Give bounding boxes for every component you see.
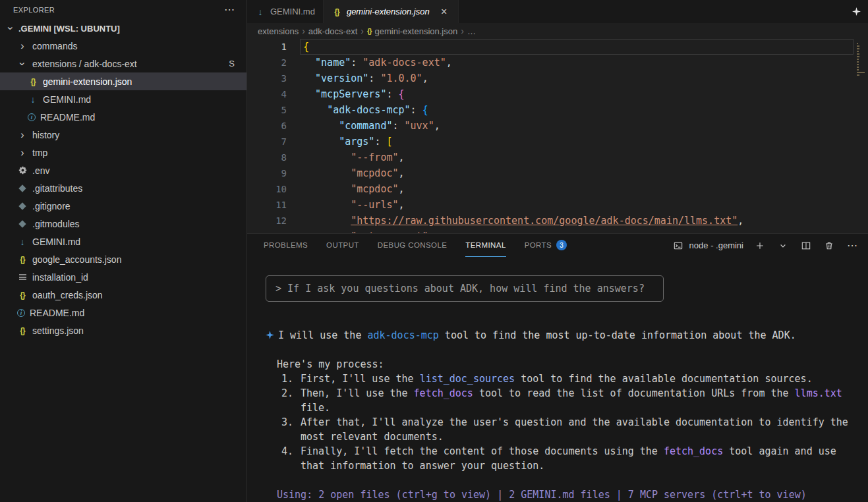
editor-group: ↓ GEMINI.md {} gemini-extension.json × e… bbox=[247, 0, 868, 502]
step-text: After that, I'll analyze the user's ques… bbox=[301, 415, 863, 444]
tree-item-readme-md[interactable]: iREADME.md bbox=[0, 304, 246, 321]
line-number[interactable]: 7 bbox=[247, 134, 303, 150]
gemini-input-text: > If I ask you questions about ADK, how … bbox=[275, 283, 645, 294]
line-number[interactable]: 1 bbox=[247, 39, 303, 55]
breadcrumb-item[interactable]: … bbox=[467, 26, 476, 36]
line-number[interactable]: 5 bbox=[247, 102, 303, 118]
panel-tab-label: PORTS bbox=[525, 241, 552, 249]
kill-terminal-icon[interactable] bbox=[823, 239, 836, 252]
tree-item-extensions-adk-docs-ext[interactable]: ›extensions / adk-docs-extS bbox=[0, 55, 246, 72]
line-number[interactable]: 10 bbox=[247, 181, 303, 197]
panel-tab-label: TERMINAL bbox=[465, 241, 506, 249]
close-icon[interactable]: × bbox=[438, 6, 450, 18]
line-number[interactable]: 13 bbox=[247, 229, 303, 233]
panel-more-actions-icon[interactable]: ⋯ bbox=[846, 239, 859, 252]
line-number[interactable]: 3 bbox=[247, 70, 303, 86]
tree-item-gemini-md[interactable]: ↓GEMINI.md bbox=[0, 233, 246, 250]
tree-item-tmp[interactable]: ›tmp bbox=[0, 144, 246, 161]
tree-item-env[interactable]: .env bbox=[0, 161, 246, 179]
panel-tab-terminal[interactable]: TERMINAL bbox=[465, 234, 506, 257]
code-text: "--transport", bbox=[303, 229, 868, 233]
process-step: 2.Then, I'll use the fetch_docs tool to … bbox=[281, 386, 863, 415]
bottom-panel: PROBLEMSOUTPUTDEBUG CONSOLETERMINALPORTS… bbox=[247, 233, 868, 502]
copilot-sparkle-icon[interactable] bbox=[852, 7, 861, 18]
code-line[interactable]: 1{ bbox=[247, 39, 868, 55]
panel-tab-label: OUTPUT bbox=[326, 241, 359, 249]
step-number: 1. bbox=[281, 372, 301, 386]
md-icon: ↓ bbox=[17, 237, 28, 247]
code-line[interactable]: 3 "version": "1.0.0", bbox=[247, 70, 868, 86]
tree-item-installation-id[interactable]: installation_id bbox=[0, 268, 246, 286]
tree-item-settings-json[interactable]: {}settings.json bbox=[0, 321, 246, 339]
tree-item-gitattributes[interactable]: .gitattributes bbox=[0, 179, 246, 197]
panel-tabs: PROBLEMSOUTPUTDEBUG CONSOLETERMINALPORTS… bbox=[264, 234, 567, 257]
tree-item-gitignore[interactable]: .gitignore bbox=[0, 197, 246, 215]
terminal-picker[interactable]: node - .gemini bbox=[672, 239, 743, 252]
line-number[interactable]: 2 bbox=[247, 55, 303, 70]
line-number[interactable]: 4 bbox=[247, 86, 303, 102]
breadcrumb-item[interactable]: adk-docs-ext bbox=[308, 26, 357, 36]
panel-tab-problems[interactable]: PROBLEMS bbox=[264, 234, 308, 257]
step-number: 4. bbox=[281, 444, 301, 473]
line-number[interactable]: 11 bbox=[247, 197, 303, 213]
tree-item-label: oauth_creds.json bbox=[32, 290, 103, 300]
split-terminal-icon[interactable] bbox=[799, 239, 813, 252]
terminal-dropdown-icon[interactable] bbox=[776, 239, 790, 252]
code-line[interactable]: 2 "name": "adk-docs-ext", bbox=[247, 55, 868, 70]
tree-item-google-accounts-json[interactable]: {}google_accounts.json bbox=[0, 250, 246, 268]
panel-tab-output[interactable]: OUTPUT bbox=[326, 234, 359, 257]
line-number[interactable]: 12 bbox=[247, 213, 303, 229]
tab-gemini-md[interactable]: ↓ GEMINI.md bbox=[247, 0, 324, 23]
chevron-right-icon: › bbox=[17, 41, 28, 51]
code-line[interactable]: 10 "mcpdoc", bbox=[247, 181, 868, 197]
code-line[interactable]: 5 "adk-docs-mcp": { bbox=[247, 102, 868, 118]
code-editor[interactable]: 1{2 "name": "adk-docs-ext",3 "version": … bbox=[247, 39, 868, 233]
code-line[interactable]: 8 "--from", bbox=[247, 150, 868, 165]
panel-tab-ports[interactable]: PORTS3 bbox=[525, 234, 567, 257]
line-number[interactable]: 9 bbox=[247, 165, 303, 181]
breadcrumb-item[interactable]: extensions bbox=[258, 26, 299, 36]
code-line[interactable]: 7 "args": [ bbox=[247, 134, 868, 150]
code-line[interactable]: 4 "mcpServers": { bbox=[247, 86, 868, 102]
workspace-root[interactable]: › .GEMINI [WSL: UBUNTU] bbox=[0, 20, 246, 37]
terminal-picker-label: node - .gemini bbox=[689, 240, 743, 250]
code-line[interactable]: 12 "https://raw.githubusercontent.com/go… bbox=[247, 213, 868, 229]
gemini-input-box[interactable]: > If I ask you questions about ADK, how … bbox=[266, 275, 664, 302]
code-line[interactable]: 6 "command": "uvx", bbox=[247, 118, 868, 134]
new-terminal-icon[interactable] bbox=[753, 239, 767, 252]
tree-item-label: .gitattributes bbox=[32, 183, 82, 194]
tree-item-label: .env bbox=[32, 165, 49, 176]
process-step: 1.First, I'll use the list_doc_sources t… bbox=[281, 372, 863, 386]
workspace-root-label: .GEMINI [WSL: UBUNTU] bbox=[18, 24, 120, 34]
tree-item-gemini-md[interactable]: ↓GEMINI.md bbox=[0, 90, 246, 108]
code-text: "args": [ bbox=[303, 134, 868, 150]
breadcrumb-item[interactable]: gemini-extension.json bbox=[374, 26, 457, 36]
tree-item-gitmodules[interactable]: .gitmodules bbox=[0, 215, 246, 233]
code-line[interactable]: 11 "--urls", bbox=[247, 197, 868, 213]
panel-tab-debug-console[interactable]: DEBUG CONSOLE bbox=[378, 234, 448, 257]
editor-tabbar: ↓ GEMINI.md {} gemini-extension.json × bbox=[247, 0, 868, 23]
code-line[interactable]: 9 "mcpdoc", bbox=[247, 165, 868, 181]
list-icon bbox=[17, 272, 28, 283]
tree-item-oauth-creds-json[interactable]: {}oauth_creds.json bbox=[0, 286, 246, 304]
step-text: Then, I'll use the fetch_docs tool to re… bbox=[301, 386, 863, 415]
tree-item-gemini-extension-json[interactable]: {}gemini-extension.json bbox=[0, 72, 246, 90]
explorer-sidebar: EXPLORER ⋯ › .GEMINI [WSL: UBUNTU] ›comm… bbox=[0, 0, 247, 502]
code-text: "--from", bbox=[303, 150, 868, 165]
info-icon: i bbox=[28, 113, 36, 121]
minimap[interactable] bbox=[856, 42, 867, 77]
line-number[interactable]: 8 bbox=[247, 150, 303, 165]
tab-gemini-extension-json[interactable]: {} gemini-extension.json × bbox=[324, 0, 459, 23]
code-line[interactable]: 13 "--transport", bbox=[247, 229, 868, 233]
tree-item-label: .gitmodules bbox=[32, 219, 80, 229]
chevron-down-icon: › bbox=[5, 23, 16, 34]
gemini-sparkle-icon bbox=[266, 331, 274, 339]
step-text: Finally, I'll fetch the content of those… bbox=[301, 444, 863, 473]
line-number[interactable]: 6 bbox=[247, 118, 303, 134]
tree-item-history[interactable]: ›history bbox=[0, 126, 246, 144]
explorer-more-actions-icon[interactable]: ⋯ bbox=[224, 5, 235, 15]
tree-item-readme-md[interactable]: iREADME.md bbox=[0, 108, 246, 126]
terminal[interactable]: > If I ask you questions about ADK, how … bbox=[247, 257, 863, 502]
tree-item-commands[interactable]: ›commands bbox=[0, 37, 246, 55]
tree-item-label: GEMINI.md bbox=[32, 237, 80, 247]
